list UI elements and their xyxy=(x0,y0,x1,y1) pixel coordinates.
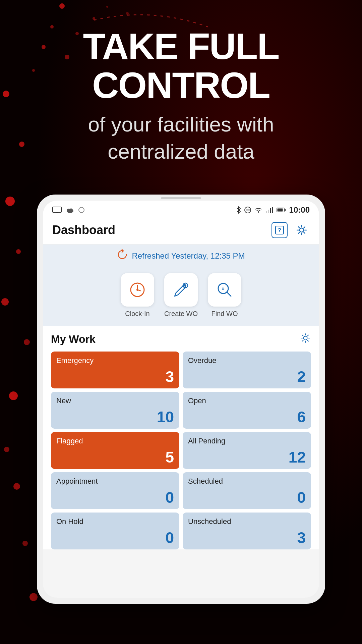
svg-point-5 xyxy=(1,298,9,306)
refresh-icon xyxy=(117,249,128,262)
wo-card-on-hold[interactable]: On Hold0 xyxy=(51,513,179,549)
wo-card-emergency[interactable]: Emergency3 xyxy=(51,352,179,388)
quick-actions-bar: Clock-In Create WO xyxy=(43,267,319,326)
my-work-title: My Work xyxy=(51,333,96,345)
svg-point-7 xyxy=(9,391,18,400)
svg-rect-24 xyxy=(53,207,61,212)
wo-card-overdue[interactable]: Overdue2 xyxy=(183,352,311,388)
wo-card-count: 6 xyxy=(188,409,306,425)
wo-card-count: 0 xyxy=(188,490,306,505)
screen-icon xyxy=(52,207,62,213)
find-wo-icon: # xyxy=(216,281,234,299)
svg-rect-36 xyxy=(272,207,273,213)
header-action-icons: ? xyxy=(272,222,310,238)
svg-point-21 xyxy=(13,483,20,490)
wo-card-open[interactable]: Open6 xyxy=(183,392,311,429)
settings-gear-icon xyxy=(295,224,308,236)
status-icons-left xyxy=(52,207,84,213)
svg-point-23 xyxy=(29,593,38,601)
wo-card-count: 12 xyxy=(188,449,306,465)
svg-point-29 xyxy=(79,207,84,213)
wo-card-label: Open xyxy=(188,396,306,405)
svg-point-6 xyxy=(24,339,30,345)
wo-card-count: 0 xyxy=(56,490,174,505)
app-header: Dashboard ? xyxy=(43,217,319,245)
phone-frame: 10:00 Dashboard ? xyxy=(37,195,325,604)
help-button[interactable]: ? xyxy=(272,222,288,238)
find-wo-action[interactable]: # Find WO xyxy=(208,273,241,318)
wo-card-new[interactable]: New10 xyxy=(51,392,179,429)
svg-point-28 xyxy=(69,209,73,212)
status-bar: 10:00 xyxy=(43,201,319,217)
wo-card-count: 3 xyxy=(56,369,174,384)
clock-in-icon xyxy=(128,281,146,299)
create-wo-action[interactable]: Create WO xyxy=(164,273,198,318)
wo-card-count: 3 xyxy=(188,530,306,545)
help-icon: ? xyxy=(275,226,284,234)
svg-point-4 xyxy=(16,249,21,254)
time-display: 10:00 xyxy=(289,205,310,215)
my-work-settings-button[interactable] xyxy=(300,332,311,346)
wo-card-appointment[interactable]: Appointment0 xyxy=(51,472,179,509)
wo-card-label: Overdue xyxy=(188,356,306,365)
svg-rect-33 xyxy=(266,211,267,213)
status-icons-right: 10:00 xyxy=(236,205,310,215)
create-wo-icon xyxy=(172,281,190,299)
svg-point-9 xyxy=(59,3,65,9)
wo-card-label: Appointment xyxy=(56,477,174,486)
svg-point-8 xyxy=(4,447,9,452)
svg-point-22 xyxy=(22,541,28,546)
wo-card-label: Emergency xyxy=(56,356,174,365)
svg-point-32 xyxy=(258,211,259,213)
wo-card-all-pending[interactable]: All Pending12 xyxy=(183,432,311,469)
wo-card-count: 5 xyxy=(56,449,174,465)
svg-line-54 xyxy=(227,292,231,296)
wo-card-label: New xyxy=(56,396,174,405)
circle-status-icon xyxy=(78,207,84,213)
svg-point-16 xyxy=(106,6,108,8)
phone-mockup: 10:00 Dashboard ? xyxy=(37,195,325,644)
create-wo-icon-box xyxy=(164,273,198,307)
clock-in-action[interactable]: Clock-In xyxy=(121,273,154,318)
battery-icon xyxy=(277,207,286,213)
wo-card-label: Flagged xyxy=(56,437,174,445)
my-work-section: My Work Emergency3Overdue2New10Open6Flag… xyxy=(43,326,319,549)
svg-text:#: # xyxy=(222,286,225,291)
cloud-icon xyxy=(66,207,74,213)
my-work-gear-icon xyxy=(300,332,311,344)
phone-notch xyxy=(161,197,201,199)
svg-rect-38 xyxy=(277,209,283,212)
clock-in-icon-box xyxy=(121,273,154,307)
signal-icon xyxy=(266,207,273,213)
no-entry-icon xyxy=(244,207,251,213)
wo-card-label: Unscheduled xyxy=(188,517,306,526)
clock-in-label: Clock-In xyxy=(125,310,149,318)
svg-point-3 xyxy=(5,197,15,206)
wo-card-label: Scheduled xyxy=(188,477,306,486)
refresh-text: Refreshed Yesterday, 12:35 PM xyxy=(132,251,245,261)
svg-rect-48 xyxy=(138,283,140,284)
app-title: Dashboard xyxy=(52,223,115,237)
svg-rect-25 xyxy=(56,212,58,213)
hero-subtitle: of your facilities with centralized data xyxy=(20,111,342,165)
find-wo-icon-box: # xyxy=(208,273,241,307)
refresh-arrow-icon xyxy=(117,249,128,260)
wo-card-label: All Pending xyxy=(188,437,306,445)
svg-rect-39 xyxy=(285,209,286,211)
refresh-bar[interactable]: Refreshed Yesterday, 12:35 PM xyxy=(43,245,319,267)
settings-button[interactable] xyxy=(294,222,310,238)
svg-point-42 xyxy=(300,228,304,232)
phone-inner: 10:00 Dashboard ? xyxy=(43,201,319,598)
create-wo-label: Create WO xyxy=(164,310,198,318)
wifi-icon xyxy=(254,207,262,213)
wo-card-unscheduled[interactable]: Unscheduled3 xyxy=(183,513,311,549)
svg-rect-35 xyxy=(270,208,271,213)
svg-rect-34 xyxy=(268,210,269,213)
bluetooth-icon xyxy=(236,206,241,214)
wo-card-scheduled[interactable]: Scheduled0 xyxy=(183,472,311,509)
work-order-grid: Emergency3Overdue2New10Open6Flagged5All … xyxy=(51,352,311,549)
wo-card-flagged[interactable]: Flagged5 xyxy=(51,432,179,469)
hero-section: TAKE FULL CONTROL of your facilities wit… xyxy=(0,27,362,165)
wo-card-count: 10 xyxy=(56,409,174,425)
wo-card-count: 2 xyxy=(188,369,306,384)
